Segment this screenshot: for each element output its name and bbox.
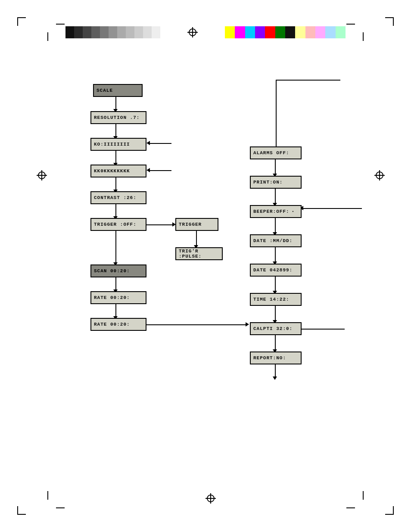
corner-mark-tr (385, 17, 394, 26)
arrow-time-down (275, 306, 276, 321)
arrow-print-down (275, 189, 276, 204)
tick-tr (346, 24, 355, 25)
corner-mark-tl (17, 17, 26, 26)
line-beeper-right (302, 208, 362, 209)
arrow-trigger-down (196, 231, 197, 246)
arrow-res-down (115, 124, 116, 137)
arrow-rate1-down (115, 304, 116, 317)
rate2-box: RATE 00:20: (90, 318, 146, 331)
arrow-contrast-down (115, 204, 116, 217)
arrow-scale-down (115, 97, 116, 110)
tick-bl2 (47, 491, 48, 500)
line-top-h (276, 80, 340, 81)
arrow-row2-h (150, 170, 171, 171)
arrow-report-down (275, 364, 276, 377)
tick-br (346, 507, 355, 508)
arrow-beeper-down (275, 218, 276, 233)
arrow-row1-down (115, 151, 116, 164)
arrow-rate2-right (146, 324, 248, 325)
arrow-trigger-h (146, 224, 174, 225)
tick-tl2 (47, 32, 48, 41)
row2-box: KK0KKKKKKKK (90, 165, 146, 177)
resolution-box: RESOLUTION .7: (90, 111, 146, 124)
arrow-dateval-down (275, 277, 276, 292)
arrowhead-report-d (273, 376, 277, 380)
arrowhead-rate2-right (246, 322, 249, 327)
arrow-row2-down (115, 177, 116, 190)
arrow-row1-h (150, 143, 171, 144)
tick-bl (56, 507, 65, 508)
arrowhead-row1 (146, 141, 150, 145)
rate1-box: RATE 00:20: (90, 291, 146, 304)
scale-box: SCALE (93, 84, 143, 97)
beeper-box: BEEPER:OFF: · (250, 205, 302, 218)
arrow-calpti-down (275, 335, 276, 350)
beeper-dot: · (291, 208, 295, 215)
date-val-box: DATE 042899: (250, 264, 302, 277)
date-fmt-box: DATE :MM/DD: (250, 234, 302, 247)
tick-br2 (363, 491, 364, 500)
contrast-box: CONTRAST :26: (90, 191, 146, 204)
corner-mark-bl (17, 506, 26, 515)
corner-mark-br (385, 506, 394, 515)
center-crosshair (186, 26, 199, 39)
trigger-off-box: TRIGGER :OFF: (90, 218, 146, 231)
line-calpti-right (302, 329, 345, 330)
row1-box: KO:IIIIIIII (90, 138, 146, 151)
grayscale-bar (65, 26, 160, 38)
arrow-scan-down (115, 277, 116, 290)
arrow-alarms-down (275, 159, 276, 174)
trigr-pulse-box: TRIG'R :PULSE: (175, 247, 223, 260)
time-box: TIME 14:22: (250, 293, 302, 306)
tick-tl (56, 24, 65, 25)
top-color-bars (0, 26, 411, 39)
scan-box: SCAN 00:20: (90, 264, 146, 277)
arrow-datefmt-down (275, 247, 276, 262)
arrow-trig-off-down (115, 231, 116, 263)
color-bar (225, 26, 346, 38)
report-box: REPORT:NO: (250, 352, 302, 364)
trigger-box: TRIGGER (175, 218, 218, 231)
alarms-box: ALARMS OFF: (250, 146, 302, 159)
tick-tr2 (363, 32, 364, 41)
calpti-box: CALPTI 32:0: (250, 322, 302, 335)
arrowhead-row2 (146, 168, 150, 172)
print-box: PRINT:ON: (250, 176, 302, 189)
line-top-alarms (276, 80, 277, 146)
